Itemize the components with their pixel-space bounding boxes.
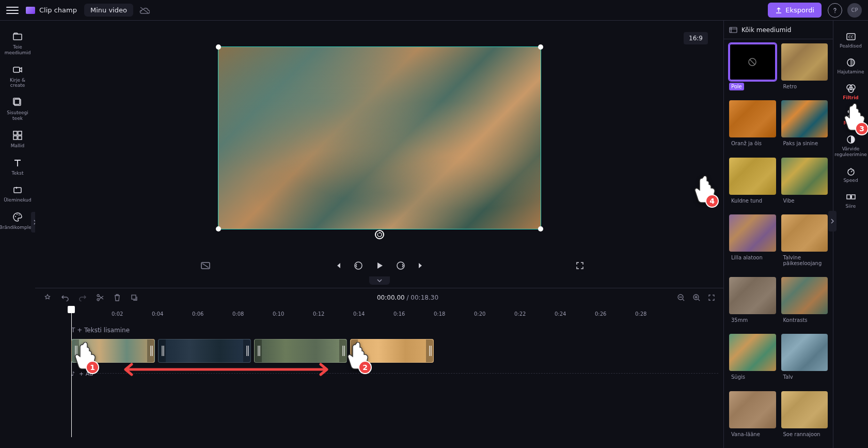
hide-preview-button[interactable] [200,261,211,270]
play-button[interactable] [374,260,385,271]
menu-button[interactable] [6,4,19,17]
delete-button[interactable] [114,293,121,302]
skip-forward-button[interactable] [417,261,425,270]
filter-sügis[interactable]: Sügis [729,334,776,387]
clip-trim-left[interactable] [72,339,79,362]
user-avatar[interactable]: CP [847,3,862,18]
split-button[interactable] [96,293,104,302]
filters-panel: Kõik meediumid PoleRetroOranž ja õisPaks… [723,21,833,448]
property-tab-transition[interactable]: Siire [835,188,867,213]
forward-button[interactable] [396,261,405,270]
undo-button[interactable] [61,294,69,301]
sidebar-item-palette[interactable]: Brändikomplekt [2,208,33,234]
sidebar-item-folder[interactable]: Teie meediumid [2,28,33,59]
filter-talv[interactable]: Talv [781,334,828,387]
property-tab-contrast[interactable]: Värvide reguleerimine [835,131,867,161]
cloud-sync-off-icon[interactable] [139,6,150,14]
aspect-ratio-button[interactable]: 16:9 [684,32,708,44]
property-tab-label: Pealdised [840,43,862,49]
project-title[interactable]: Minu video [84,4,133,17]
zoom-out-button[interactable] [677,293,685,302]
playhead-time: 00:00.00 / 00:18.30 [148,294,668,301]
sidebar-item-grid[interactable]: Mallid [2,127,33,152]
filter-kontrasts[interactable]: Kontrasts [781,277,828,330]
svg-rect-20 [730,27,737,33]
filter-oranž-ja-õis[interactable]: Oranž ja õis [729,100,776,153]
filter-label: Soe rannajoon [781,430,823,438]
property-tab-cc[interactable]: CCPealdised [835,28,867,53]
clip-trim-left[interactable] [159,339,166,362]
property-tab-label: Siire [846,204,856,209]
property-tab-fade[interactable]: Hajutamine [835,54,867,79]
chevron-down-icon [376,279,383,283]
filter-thumb [781,43,828,81]
resize-handle-bl[interactable] [216,226,221,231]
fullscreen-button[interactable] [576,261,584,270]
property-tab-speed[interactable]: Speed [835,162,867,187]
fit-zoom-button[interactable] [708,294,715,301]
ruler-tick: 0:06 [192,311,203,317]
resize-handle-tr[interactable] [538,44,543,50]
fade-icon [846,57,856,68]
timeline-panel: 00:00.00 / 00:18.30 0:020:040:060:080:10… [35,288,723,448]
collapse-timeline-button[interactable] [369,276,390,285]
sidebar-label: Kirje & create [2,78,33,89]
filter-label: Oranž ja õis [729,140,764,147]
clip-2[interactable] [158,339,251,363]
app-header: Clip champ Minu video Ekspordi CP [0,0,868,21]
timeline-tracks: T + Teksti lisamine ♪+ Au 1 2 [35,321,723,448]
filter-lilla-alatoon[interactable]: Lilla alatoon [729,214,776,273]
resize-handle-tl[interactable] [216,44,221,50]
filter-label: Kuldne tund [729,197,764,205]
cc-icon: CC [846,32,856,42]
duplicate-button[interactable] [130,293,138,302]
filter-35mm[interactable]: 35mm [729,277,776,330]
filter-kuldne-tund[interactable]: Kuldne tund [729,158,776,210]
filter-retro[interactable]: Retro [781,43,828,96]
filter-vibe[interactable]: Vibe [781,158,828,210]
filter-vana-lääne[interactable]: Vana-lääne [729,391,776,444]
clip-3[interactable] [254,339,347,363]
redo-button[interactable] [78,294,87,301]
resize-handle-br[interactable] [538,226,543,231]
clip-trim-right[interactable] [339,339,346,362]
svg-rect-0 [13,34,22,40]
audio-track[interactable]: ♪+ Au [71,367,718,380]
auto-button[interactable] [43,293,52,302]
filter-grid: PoleRetroOranž ja õisPaks ja sinineKuldn… [724,39,833,448]
filter-paks-ja-sinine[interactable]: Paks ja sinine [781,100,828,153]
sidebar-item-text[interactable]: Tekst [2,154,33,179]
property-tab-wand[interactable]: Mõud [835,105,867,130]
rotate-handle[interactable] [375,230,384,239]
filter-talvine-päikeseloojang[interactable]: Talvine päikeseloojang [781,214,828,273]
clip-trim-left[interactable] [255,339,262,362]
rewind-button[interactable] [354,261,363,270]
video-canvas[interactable] [218,47,541,229]
skip-back-button[interactable] [334,261,342,270]
property-tab-filter[interactable]: Filtrid [835,80,867,104]
filter-label: Kontrasts [781,316,810,324]
export-button[interactable]: Ekspordi [768,3,822,18]
clip-trim-right[interactable] [147,339,154,362]
clip-trim-right[interactable] [243,339,250,362]
clip-1[interactable] [71,339,155,363]
camera-icon [12,64,23,75]
zoom-in-button[interactable] [692,293,701,302]
clip-trim-right[interactable] [426,339,433,362]
add-text-hint[interactable]: T + Teksti lisamine [71,327,718,334]
sidebar-item-camera[interactable]: Kirje & create [2,61,33,92]
property-tab-label: Speed [843,178,858,183]
clip-trim-left[interactable] [351,339,358,362]
clip-4[interactable] [350,339,434,363]
playhead[interactable] [68,306,75,313]
sidebar-item-library[interactable]: Sisuteegi teek [2,94,33,125]
media-icon [729,27,737,33]
timeline-ruler[interactable]: 0:020:040:060:080:100:120:140:160:180:20… [71,307,713,321]
help-button[interactable] [828,3,842,18]
filter-soe-rannajoon[interactable]: Soe rannajoon [781,391,828,444]
collapse-right-panel-button[interactable] [828,211,837,231]
filter-pole[interactable]: Pole [729,43,776,96]
svg-rect-8 [14,188,21,193]
filter-label: Talv [781,373,795,381]
sidebar-item-sparkle[interactable]: Üleminekud [2,181,33,206]
